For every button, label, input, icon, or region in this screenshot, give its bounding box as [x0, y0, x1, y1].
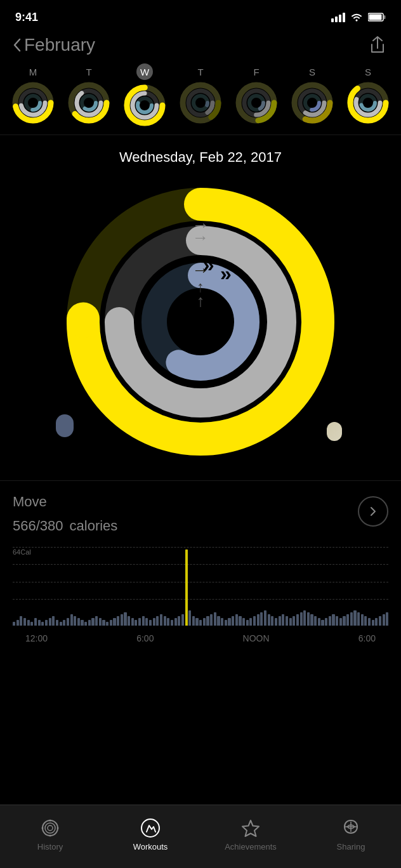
- svg-point-64: [48, 825, 53, 831]
- chart-bar: [195, 618, 198, 626]
- chart-bar: [174, 618, 177, 626]
- chart-bar: [264, 610, 266, 626]
- chart-bar: [38, 620, 41, 626]
- chart-bar: [282, 614, 284, 626]
- chart-bar: [346, 614, 349, 626]
- svg-rect-6: [369, 15, 382, 20]
- day-col-2[interactable]: W: [119, 63, 170, 127]
- svg-text:→: →: [192, 260, 209, 280]
- chart-bar: [257, 614, 260, 626]
- move-unit: calories: [70, 518, 118, 534]
- svg-rect-3: [343, 13, 345, 22]
- ring-small-4: [235, 81, 278, 124]
- chart-bar: [145, 618, 148, 626]
- day-label-0: M: [29, 67, 37, 77]
- tab-achievements[interactable]: Achievements: [201, 805, 301, 858]
- chart-bar: [386, 612, 388, 626]
- chart-bar: [343, 616, 345, 626]
- day-label-5: S: [309, 67, 315, 77]
- svg-point-30: [194, 96, 207, 110]
- day-col-3[interactable]: T: [175, 67, 226, 124]
- chart-bar: [185, 549, 188, 626]
- ring-small-5: [291, 81, 334, 124]
- move-detail-button[interactable]: [358, 496, 388, 527]
- chart-bar: [164, 616, 166, 626]
- selected-date: Wednesday, Feb 22, 2017: [0, 135, 401, 176]
- chart-bar: [121, 614, 123, 626]
- day-col-5[interactable]: S: [287, 67, 338, 124]
- chart-bar: [95, 616, 98, 626]
- arrow-right-icon: [367, 505, 379, 518]
- chart-bar: [81, 620, 83, 626]
- chart-bar: [310, 614, 313, 626]
- chart-bar: [206, 616, 209, 626]
- chart-bar: [171, 620, 173, 626]
- tab-sharing-label: Sharing: [337, 842, 365, 852]
- chart-bar: [350, 612, 353, 626]
- day-col-4[interactable]: F: [231, 67, 282, 124]
- chart-bar: [153, 618, 155, 626]
- chart-bar: [70, 614, 73, 626]
- day-col-1[interactable]: T: [63, 67, 114, 124]
- share-button[interactable]: [367, 34, 388, 56]
- workouts-icon: [140, 818, 161, 838]
- ring-small-3: [179, 81, 222, 124]
- chart-bar: [321, 620, 324, 626]
- move-number: 566/380: [13, 518, 63, 534]
- svg-text:↑: ↑: [197, 278, 204, 295]
- svg-rect-2: [339, 15, 341, 22]
- chart-bar: [353, 610, 356, 626]
- week-strip: M T W: [0, 63, 401, 135]
- chart-bar: [110, 620, 112, 626]
- day-col-6[interactable]: S: [343, 67, 393, 124]
- chart-bar: [45, 620, 48, 626]
- svg-text:→: →: [192, 228, 209, 247]
- chart-bar: [49, 618, 51, 626]
- svg-rect-1: [335, 16, 338, 22]
- chart-bar: [314, 616, 317, 626]
- share-icon: [369, 36, 386, 55]
- tab-history-label: History: [37, 842, 63, 852]
- day-col-0[interactable]: M: [8, 67, 58, 124]
- chart-bar: [203, 618, 206, 626]
- chart-bar: [253, 616, 256, 626]
- chart-bar: [188, 610, 191, 626]
- chart-bar: [357, 612, 360, 626]
- chart-bar: [135, 620, 137, 626]
- battery-icon: [368, 13, 386, 22]
- chart-bar: [124, 612, 126, 626]
- back-nav[interactable]: February: [13, 35, 95, 55]
- chart-bar: [242, 618, 245, 626]
- chart-bar: [368, 618, 371, 626]
- achievements-icon: [240, 818, 261, 838]
- chart-bar: [178, 616, 180, 626]
- chart-bar: [232, 616, 234, 626]
- svg-point-66: [49, 835, 51, 837]
- chart-bar: [268, 614, 270, 626]
- chart-bar: [23, 618, 26, 626]
- time-label-3: 6:00: [358, 633, 376, 643]
- move-value: 566/380 calories: [13, 510, 117, 536]
- svg-point-68: [57, 827, 59, 829]
- svg-point-63: [45, 823, 55, 833]
- back-chevron-icon: [13, 38, 22, 52]
- chart-bar: [296, 614, 299, 626]
- svg-point-67: [42, 827, 44, 829]
- chart-bar: [383, 614, 385, 626]
- tab-sharing[interactable]: Sharing: [301, 805, 401, 858]
- chart-bar: [128, 616, 130, 626]
- time-label-0: 12:00: [25, 633, 48, 643]
- chart-bar: [20, 616, 22, 626]
- chart-bar: [16, 620, 19, 626]
- sharing-icon: [341, 818, 361, 838]
- ring-small-1: [67, 81, 110, 124]
- tab-workouts[interactable]: Workouts: [100, 805, 201, 858]
- tab-history[interactable]: History: [0, 805, 100, 858]
- chart-time-labels: 12:00 6:00 NOON 6:00: [13, 633, 388, 643]
- chart-bar: [239, 616, 241, 626]
- day-label-3: T: [197, 67, 203, 77]
- time-label-2: NOON: [243, 633, 270, 643]
- chart-bar: [99, 618, 102, 626]
- chart-bar: [27, 620, 30, 626]
- chart-bar: [199, 620, 202, 626]
